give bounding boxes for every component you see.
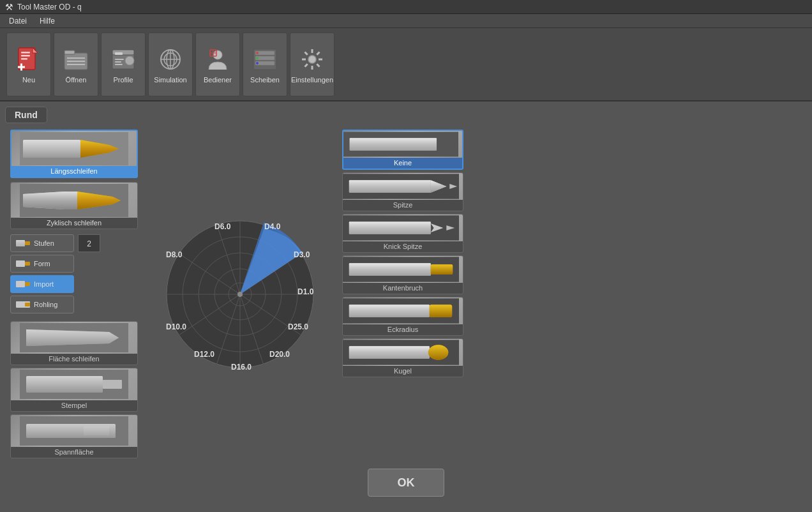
zykl-card[interactable]: Zyklisch schleifen <box>10 182 138 229</box>
svg-rect-17 <box>115 61 121 63</box>
radar-svg: D4.0 D3.0 D6.0 D1.0 D8.0 D25.0 D10.0 D12… <box>157 211 323 377</box>
import-row: Import <box>10 275 138 293</box>
svg-point-24 <box>213 50 222 59</box>
stufen-label: Stufen <box>34 239 54 247</box>
svg-rect-14 <box>115 52 123 55</box>
toolbar-oeffnen[interactable]: Öffnen <box>54 33 98 96</box>
flaeche-card[interactable]: Fläche schleifen <box>10 321 138 365</box>
svg-rect-129 <box>349 346 430 359</box>
svg-point-130 <box>428 345 448 360</box>
knick-spitze-card[interactable]: Knick Spitze <box>342 214 463 253</box>
svg-text:D3.0: D3.0 <box>294 250 310 259</box>
surface-ops: Fläche schleifen Stempel <box>10 321 138 458</box>
kantenbruch-label: Kantenbruch <box>343 283 463 294</box>
bediener-icon <box>204 45 232 73</box>
toolbar-profile[interactable]: Profile <box>101 33 146 96</box>
laengs-label: Längsschleifen <box>11 166 137 177</box>
menu-bar: Datei Hilfe <box>0 14 812 28</box>
oeffnen-label: Öffnen <box>66 76 87 84</box>
kugel-label: Kugel <box>343 366 463 377</box>
svg-rect-104 <box>350 138 437 150</box>
form-row: Form <box>10 255 138 273</box>
svg-rect-18 <box>115 64 123 65</box>
svg-rect-16 <box>115 59 124 60</box>
eckradius-label: Eckradius <box>343 324 463 335</box>
zykl-img <box>11 183 137 218</box>
svg-rect-108 <box>349 180 431 193</box>
svg-point-91 <box>237 292 243 297</box>
stempel-card[interactable]: Stempel <box>10 368 138 412</box>
svg-text:D25.0: D25.0 <box>288 322 308 331</box>
svg-rect-57 <box>16 260 25 267</box>
main-layout: Längsschleifen <box>5 130 807 458</box>
profile-label: Profile <box>113 76 133 84</box>
svg-point-15 <box>125 56 134 65</box>
flaeche-label: Fläche schleifen <box>11 354 137 365</box>
stufen-value: 2 <box>78 234 100 252</box>
action-buttons: Stufen 2 Form <box>10 234 138 313</box>
oeffnen-icon <box>62 45 90 73</box>
import-label: Import <box>34 280 54 288</box>
ok-button[interactable]: OK <box>368 469 444 497</box>
svg-rect-68 <box>103 380 122 389</box>
svg-point-33 <box>256 57 259 59</box>
svg-rect-2 <box>21 55 30 57</box>
scheiben-icon <box>251 45 279 73</box>
spannflaeche-img <box>11 415 137 447</box>
toolbar-neu[interactable]: Neu <box>6 33 51 96</box>
svg-rect-1 <box>21 52 30 54</box>
svg-marker-51 <box>23 192 77 209</box>
rohling-label: Rohling <box>34 301 57 308</box>
knick-spitze-label: Knick Spitze <box>343 241 463 252</box>
kugel-card[interactable]: Kugel <box>342 338 463 377</box>
keine-card[interactable]: Keine <box>342 130 463 170</box>
spitze-img <box>343 173 463 200</box>
scheiben-label: Scheiben <box>250 76 280 84</box>
menu-datei[interactable]: Datei <box>3 15 33 27</box>
toolbar-einstellungen[interactable]: Einstellungen <box>290 33 335 96</box>
menu-hilfe[interactable]: Hilfe <box>33 15 61 27</box>
toolbar-scheiben[interactable]: Scheiben <box>243 33 287 96</box>
title-bar: ⚒ Tool Master OD - q <box>0 0 812 14</box>
toolbar-bediener[interactable]: Bediener <box>195 33 240 96</box>
spitze-label: Spitze <box>343 200 463 211</box>
svg-rect-125 <box>430 305 452 317</box>
center-panel: D4.0 D3.0 D6.0 D1.0 D8.0 D25.0 D10.0 D12… <box>151 130 329 458</box>
rohling-btn[interactable]: Rohling <box>10 296 74 313</box>
svg-text:D8.0: D8.0 <box>166 250 183 259</box>
svg-text:D4.0: D4.0 <box>264 222 281 231</box>
svg-marker-65 <box>26 329 119 346</box>
kantenbruch-img <box>343 256 463 283</box>
spannflaeche-label: Spannfläche <box>11 447 137 458</box>
svg-rect-55 <box>25 241 30 245</box>
radar-chart[interactable]: D4.0 D3.0 D6.0 D1.0 D8.0 D25.0 D10.0 D12… <box>157 211 323 377</box>
eckradius-img <box>343 297 463 324</box>
svg-rect-59 <box>16 281 25 287</box>
stempel-img <box>11 368 137 400</box>
form-btn[interactable]: Form <box>10 255 74 273</box>
import-btn[interactable]: Import <box>10 275 74 293</box>
eckradius-card[interactable]: Eckradius <box>342 297 463 336</box>
svg-rect-73 <box>26 424 116 438</box>
stufen-btn[interactable]: Stufen <box>10 234 74 252</box>
svg-rect-58 <box>25 262 30 266</box>
spitze-card[interactable]: Spitze <box>342 172 463 211</box>
kantenbruch-card[interactable]: Kantenbruch <box>342 255 463 294</box>
stufen-row: Stufen 2 <box>10 234 138 252</box>
rohling-icon <box>16 299 31 310</box>
svg-rect-119 <box>349 263 431 276</box>
svg-rect-120 <box>431 264 453 275</box>
svg-line-43 <box>305 64 308 66</box>
laengs-card[interactable]: Längsschleifen <box>10 130 138 178</box>
toolbar-simulation[interactable]: Simulation <box>148 33 193 96</box>
einstellungen-icon <box>298 45 326 73</box>
right-panel: Keine Spitze <box>342 130 463 458</box>
form-icon <box>16 258 31 269</box>
bediener-label: Bediener <box>204 76 232 84</box>
svg-text:D1.0: D1.0 <box>297 287 314 296</box>
svg-rect-114 <box>349 222 431 234</box>
svg-text:D6.0: D6.0 <box>214 222 231 231</box>
spannflaeche-card[interactable]: Spannfläche <box>10 414 138 458</box>
svg-point-34 <box>256 62 259 64</box>
svg-text:D16.0: D16.0 <box>231 363 252 372</box>
